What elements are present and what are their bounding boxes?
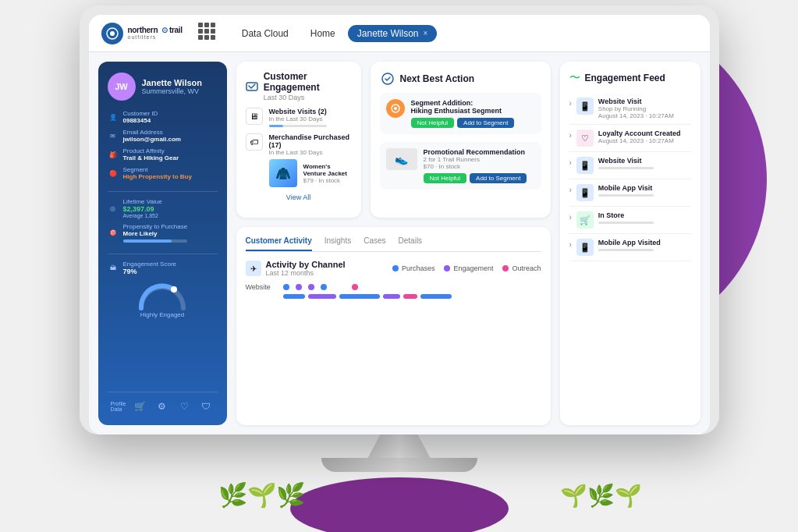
activity-icon: ✈ bbox=[246, 261, 261, 276]
not-helpful-btn-1[interactable]: Not Helpful bbox=[411, 118, 455, 128]
propensity-item: 🎯 Propensity to Purchase More Likely bbox=[108, 223, 218, 243]
propensity-label: Propensity to Purchase bbox=[123, 223, 188, 230]
profile-sidebar: JW Janette Wilson Summersville, WV 👤 Cus… bbox=[98, 62, 227, 425]
logo-northern: northern bbox=[128, 26, 158, 34]
engagement-label: Engagement bbox=[453, 264, 493, 272]
engagement-feed-panel: 〜 Engagement Feed › 📱 Website Visit Shop… bbox=[560, 62, 700, 425]
chevron-icon-2: › bbox=[569, 131, 572, 140]
nba-product-image: 👟 bbox=[386, 148, 417, 170]
feed-item-3[interactable]: › 📱 Website Visit bbox=[569, 152, 691, 179]
engagement-score: 79% bbox=[123, 268, 177, 275]
lifetime-label: Lifetime Value bbox=[123, 198, 162, 205]
tab-customer-activity[interactable]: Customer Activity bbox=[246, 236, 312, 251]
feed-icon: 〜 bbox=[569, 71, 580, 85]
feed-item-4[interactable]: › 📱 Mobile App Visit bbox=[569, 179, 691, 207]
website-visits-title: Website Visits (2) bbox=[269, 108, 327, 115]
main-content: JW Janette Wilson Summersville, WV 👤 Cus… bbox=[89, 52, 710, 434]
settings-icon[interactable]: ⚙ bbox=[154, 399, 170, 414]
profile-name: Janette Wilson bbox=[142, 78, 203, 87]
customer-engagement-subtitle: Last 30 Days bbox=[264, 94, 352, 101]
product-price: $79 · In stock bbox=[303, 177, 352, 184]
not-helpful-btn-2[interactable]: Not Helpful bbox=[424, 173, 467, 183]
tab-details[interactable]: Details bbox=[399, 236, 423, 251]
logo-text: northern ⊙ trail outfitters bbox=[128, 27, 183, 40]
merchandise-title: Merchandise Purchased (17) bbox=[269, 133, 352, 149]
shield-icon[interactable]: 🛡 bbox=[198, 399, 214, 414]
tab-insights[interactable]: Insights bbox=[325, 236, 351, 251]
merchandise-item: 🏷 Merchandise Purchased (17) In the Last… bbox=[246, 133, 352, 187]
feed-item-icon-2: ♡ bbox=[576, 129, 594, 147]
monitor: northern ⊙ trail outfitters bbox=[80, 5, 719, 434]
heart-icon[interactable]: ♡ bbox=[176, 399, 192, 414]
engagement-score-section: 🏔 Engagement Score 79% bbox=[108, 261, 218, 321]
propensity-bar-track bbox=[123, 239, 188, 243]
feed-item-6[interactable]: › 📱 Mobile App Visited bbox=[569, 234, 691, 261]
dot-3 bbox=[308, 284, 314, 290]
cart-icon[interactable]: 🛒 bbox=[133, 399, 148, 414]
feed-item-bar-5 bbox=[598, 222, 654, 224]
bag-icon: 🏷 bbox=[246, 133, 263, 151]
legend-engagement: Engagement bbox=[444, 264, 493, 272]
profile-location: Summersville, WV bbox=[142, 87, 203, 95]
nba-panel: Next Best Action bbox=[371, 62, 551, 218]
customer-engagement-icon bbox=[246, 79, 259, 94]
propensity-value: More Likely bbox=[123, 230, 188, 237]
segment-value: High Propensity to Buy bbox=[123, 173, 192, 180]
sidebar-footer: Profile Data 🛒 ⚙ ♡ 🛡 bbox=[108, 392, 218, 414]
bar-6 bbox=[420, 294, 452, 299]
nba-header: Next Best Action bbox=[380, 71, 541, 87]
engagement-icon: 🏔 bbox=[108, 263, 119, 274]
activity-title-text: Activity by Channel bbox=[266, 260, 346, 269]
plants-right: 🌱🌿🌱 bbox=[560, 483, 642, 509]
feed-item-ts-2: August 14, 2023 · 10:27AM bbox=[598, 137, 691, 144]
feed-item-2[interactable]: › ♡ Loyalty Account Created August 14, 2… bbox=[569, 125, 691, 152]
website-visits-sub: In the Last 30 Days bbox=[269, 115, 327, 122]
nav-tab-active[interactable]: Janette Wilson × bbox=[348, 25, 438, 42]
feed-item-title-5: In Store bbox=[598, 211, 691, 219]
top-panels: Customer Engagement Last 30 Days 🖥 Websi… bbox=[236, 62, 551, 218]
feed-item-icon-4: 📱 bbox=[576, 184, 594, 201]
chevron-icon-1: › bbox=[569, 99, 572, 108]
bar-1 bbox=[283, 294, 305, 299]
divider-2 bbox=[108, 254, 218, 254]
lifetime-avg: Average 1,852 bbox=[123, 213, 162, 218]
nba-promo-buttons: Not Helpful Add to Segment bbox=[424, 173, 535, 183]
feed-item-title-6: Mobile App Visited bbox=[598, 239, 691, 246]
bar-5 bbox=[403, 294, 417, 299]
profile-info: Janette Wilson Summersville, WV bbox=[142, 78, 203, 95]
logo-outfitters: outfitters bbox=[128, 34, 183, 40]
divider-1 bbox=[108, 191, 218, 192]
product-container: 🧥 Women's Venture Jacket $79 · In stock bbox=[269, 159, 352, 187]
add-segment-btn-1[interactable]: Add to Segment bbox=[457, 118, 514, 128]
feed-item-ts-1: August 14, 2023 · 10:27AM bbox=[598, 112, 691, 119]
tab-cases[interactable]: Cases bbox=[364, 236, 385, 251]
feed-item-5[interactable]: › 🛒 In Store bbox=[569, 207, 691, 234]
feed-item-1[interactable]: › 📱 Website Visit Shop by Running August… bbox=[569, 93, 691, 125]
avatar-initials: JW bbox=[115, 82, 128, 91]
nav-home[interactable]: Home bbox=[301, 25, 345, 42]
activity-header: ✈ Activity by Channel Last 12 months bbox=[246, 260, 541, 277]
customer-id-item: 👤 Customer ID 09883454 bbox=[108, 110, 218, 124]
email-icon: ✉ bbox=[108, 130, 119, 141]
gauge-container: Highly Engaged bbox=[108, 280, 218, 318]
navbar: northern ⊙ trail outfitters bbox=[89, 15, 710, 52]
gauge-svg bbox=[135, 280, 190, 311]
affinity-value: Trail & Hiking Gear bbox=[123, 154, 179, 161]
nba-promo-sub: 2 for 1 Trail Runners bbox=[424, 156, 535, 163]
customer-engagement-header: Customer Engagement Last 30 Days bbox=[246, 71, 352, 101]
nav-grid-icon[interactable] bbox=[198, 23, 220, 44]
nba-segment-title: Segment Addition: Hiking Enthusiast Segm… bbox=[411, 99, 535, 115]
view-all-link[interactable]: View All bbox=[246, 193, 352, 201]
website-visits-item: 🖥 Website Visits (2) In the Last 30 Days bbox=[246, 108, 352, 127]
product-image: 🧥 bbox=[269, 159, 297, 187]
nav-tab-close[interactable]: × bbox=[424, 29, 428, 37]
segment-icon: 🔴 bbox=[108, 168, 119, 179]
nav-data-cloud[interactable]: Data Cloud bbox=[232, 25, 298, 42]
email-label: Email Address bbox=[123, 129, 181, 136]
legend-purchases: Purchases bbox=[392, 264, 435, 272]
email-item: ✉ Email Address jwilson@gmail.com bbox=[108, 129, 218, 143]
chevron-icon-4: › bbox=[569, 186, 572, 194]
nba-title: Next Best Action bbox=[400, 73, 475, 84]
add-segment-btn-2[interactable]: Add to Segment bbox=[470, 173, 527, 183]
feed-item-icon-6: 📱 bbox=[576, 239, 594, 256]
